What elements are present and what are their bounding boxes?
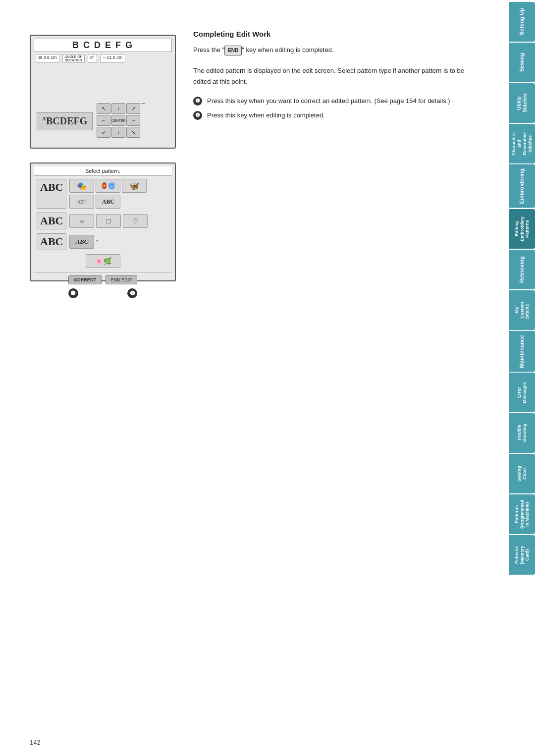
screen2-abc-label: ABC bbox=[37, 213, 66, 229]
screen2: Select pattern. ABC 🎭 🏮🌀 🦋 ○□♡ ABC ABC ○ bbox=[30, 162, 176, 281]
main-content: B C D E F G ⊞ 3.6 cm ANGLE OFROTATION 0°… bbox=[0, 0, 509, 756]
section-title: Completing Edit Work bbox=[193, 30, 480, 38]
screen1-angle-val: 0° bbox=[88, 54, 97, 63]
screen2-flower-row: 🌸🌿 bbox=[34, 252, 172, 270]
end-key-box: END bbox=[224, 46, 242, 55]
screen2-pattern-icons: 🎭 🏮🌀 🦋 ○□♡ ABC bbox=[69, 179, 147, 209]
intro-paragraph: Press the "END" key when editing is comp… bbox=[193, 45, 480, 55]
screen1: B C D E F G ⊞ 3.6 cm ANGLE OFROTATION 0°… bbox=[30, 35, 176, 149]
screen2-title: Select pattern. bbox=[34, 166, 172, 176]
text-content: Completing Edit Work Press the "END" key… bbox=[193, 30, 480, 125]
screen1-size2: ↔11.5 cm bbox=[100, 54, 125, 63]
screen1-size1: ⊞ 3.6 cm bbox=[36, 54, 59, 63]
btn-right[interactable]: → bbox=[126, 115, 140, 126]
bullet-text-2: Press this key when editing is completed… bbox=[207, 110, 325, 121]
sidebar-tab-patterns-memory[interactable]: Patterns(MemoryCard) bbox=[509, 535, 535, 575]
bullet-num-2: ❷ bbox=[193, 111, 202, 120]
bullet-item-2: ❷ Press this key when editing is complet… bbox=[193, 110, 480, 121]
screen1-angle-label: ANGLE OFROTATION bbox=[62, 54, 85, 63]
screen2-shape-icons: ○ □ ♡ bbox=[69, 213, 148, 229]
bullet-list: ❶ Press this key when you want to correc… bbox=[193, 96, 480, 121]
sidebar-tab-sewing[interactable]: Sewing bbox=[509, 43, 535, 82]
sidebar: Setting Up Sewing UtilityStitches Charac… bbox=[509, 0, 535, 756]
sidebar-tab-retrieving[interactable]: Retrieving bbox=[509, 250, 535, 289]
description-text: The edited pattern is displayed on the e… bbox=[193, 65, 480, 87]
correct-button[interactable]: CORRECT bbox=[68, 275, 102, 284]
pattern-icon-3[interactable]: 🦋 bbox=[122, 179, 147, 193]
btn-left[interactable]: ← bbox=[97, 115, 110, 126]
bullet-item-1: ❶ Press this key when you want to correc… bbox=[193, 96, 480, 107]
screen2-letter-preview-abc: ABC bbox=[37, 179, 66, 209]
indicator-2: ❷ bbox=[127, 288, 137, 298]
scroll-bar bbox=[141, 103, 145, 104]
screen1-title: B C D E F G bbox=[34, 39, 172, 52]
sidebar-tab-maintenance[interactable]: Maintenance bbox=[509, 331, 535, 372]
pattern-flower[interactable]: 🌸🌿 bbox=[86, 254, 120, 268]
pattern-shape-2[interactable]: □ bbox=[96, 214, 121, 228]
sidebar-tab-troubleshooting[interactable]: Troubleshooting bbox=[509, 413, 535, 453]
screen1-nav-controls: ↖ ↑ ↗ ← CENTER → ↙ ↓ ↘ bbox=[97, 103, 147, 139]
btn-center[interactable]: CENTER bbox=[111, 115, 125, 126]
sidebar-tab-embroidering[interactable]: Embroidering bbox=[509, 164, 535, 208]
screen2-second-row: ABC ○ □ ♡ bbox=[34, 212, 172, 230]
btn-down[interactable]: ↓ bbox=[111, 127, 125, 138]
page-number: 142 bbox=[30, 739, 41, 746]
pattern-icon-abc[interactable]: ABC bbox=[96, 195, 120, 209]
bullet-num-1: ❶ bbox=[193, 97, 202, 106]
pattern-styled-abc[interactable]: ABC bbox=[69, 235, 94, 249]
sidebar-tab-my-custom-stitch[interactable]: MyCustomStitch™ bbox=[509, 290, 535, 330]
pattern-icon-2[interactable]: 🏮🌀 bbox=[96, 179, 120, 193]
screen1-info-row: ⊞ 3.6 cm ANGLE OFROTATION 0° ↔11.5 cm bbox=[34, 54, 172, 63]
sidebar-tab-setting-up[interactable]: Setting Up bbox=[509, 2, 535, 42]
screen2-abc-label2: ABC bbox=[37, 233, 66, 250]
screen1-preview: ABCDEFG ↖ ↑ ↗ ← CENTER → ↙ ↓ bbox=[34, 64, 180, 178]
sidebar-tab-utility-stitches[interactable]: UtilityStitches bbox=[509, 83, 535, 123]
pattern-icon-4[interactable]: ○□♡ bbox=[69, 195, 94, 209]
pattern-shape-3[interactable]: ♡ bbox=[123, 214, 148, 228]
asterisk-label: * bbox=[96, 239, 98, 245]
sidebar-tab-error-messages[interactable]: ErrorMessages bbox=[509, 373, 535, 412]
sidebar-tab-patterns-programmed[interactable]: Patterns(Programmedin Machine) bbox=[509, 494, 535, 534]
controls-grid: ↖ ↑ ↗ ← CENTER → ↙ ↓ ↘ bbox=[97, 103, 140, 138]
screen2-bottom-btns: CORRECT END EDIT bbox=[34, 272, 172, 286]
sidebar-tab-characters[interactable]: CharactersandDecorativeStitches bbox=[509, 124, 535, 163]
sidebar-tab-sewing-chart[interactable]: SewingChart bbox=[509, 454, 535, 493]
btn-up[interactable]: ↑ bbox=[111, 103, 125, 114]
pattern-icon-1[interactable]: 🎭 bbox=[69, 179, 94, 193]
btn-upleft[interactable]: ↖ bbox=[97, 103, 110, 114]
pattern-shape-1[interactable]: ○ bbox=[69, 214, 94, 228]
btn-upright[interactable]: ↗ bbox=[126, 103, 140, 114]
screen2-third-row: ABC ABC * bbox=[34, 232, 172, 251]
screen2-styled-abc: ABC * bbox=[69, 233, 98, 250]
end-edit-button[interactable]: END EDIT bbox=[106, 275, 137, 284]
screen1-letter-preview: ABCDEFG bbox=[37, 112, 93, 130]
btn-downright[interactable]: ↘ bbox=[126, 127, 140, 138]
sidebar-tab-editing[interactable]: EditingEmbroideryPatterns bbox=[509, 209, 535, 249]
bullet-text-1: Press this key when you want to correct … bbox=[207, 96, 450, 107]
screen2-preview: ABC 🎭 🏮🌀 🦋 ○□♡ ABC bbox=[34, 178, 172, 210]
btn-downleft[interactable]: ↙ bbox=[97, 127, 110, 138]
indicator-1: ❶ bbox=[68, 288, 78, 298]
screen2-indicators: ❶ ❷ bbox=[34, 286, 172, 300]
